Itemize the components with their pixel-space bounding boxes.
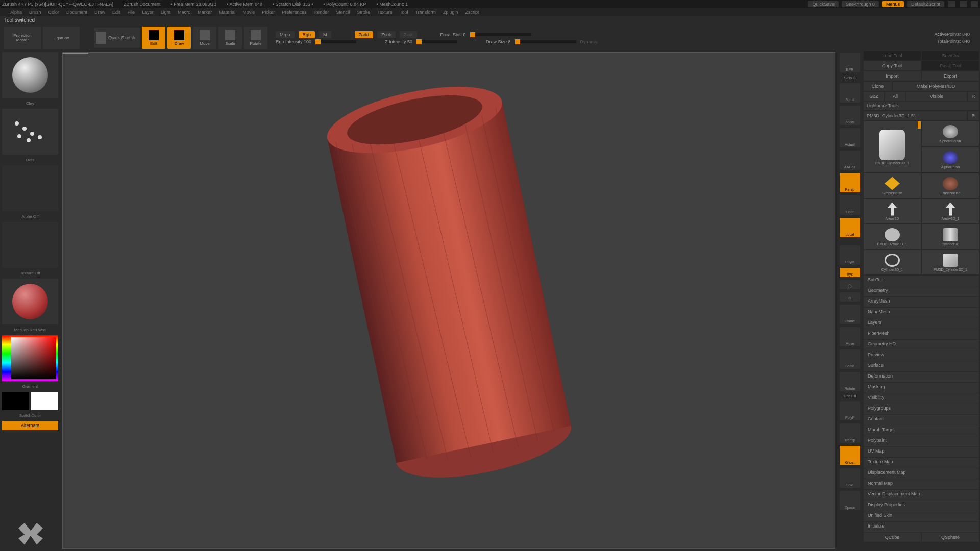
spix-label[interactable]: SPix 3: [844, 76, 855, 80]
section-geometry[interactable]: Geometry: [864, 286, 979, 296]
gradient-label[interactable]: Gradient: [2, 383, 58, 390]
menu-color[interactable]: Color: [48, 10, 60, 15]
section-displacement-map[interactable]: Displacement Map: [864, 468, 979, 479]
aahalf-button[interactable]: AAHalf: [840, 151, 860, 170]
lightbox-button[interactable]: LightBox: [43, 27, 80, 49]
primary-color-swatch[interactable]: [31, 392, 58, 410]
rail-scale-button[interactable]: Scale: [840, 349, 860, 369]
ghost-button[interactable]: Ghost: [840, 446, 860, 465]
section-morph-target[interactable]: Morph Target: [864, 425, 979, 436]
menu-light[interactable]: Light: [161, 10, 171, 15]
menu-tool[interactable]: Tool: [400, 10, 408, 15]
goz-r-button[interactable]: R: [968, 92, 979, 101]
polyf-button[interactable]: PolyF: [840, 401, 860, 420]
rail-rotate-button[interactable]: Rotate: [840, 372, 860, 391]
section-contact[interactable]: Contact: [864, 415, 979, 425]
scroll-button[interactable]: Scroll: [840, 83, 860, 103]
section-normal-map[interactable]: Normal Map: [864, 479, 979, 489]
menu-document[interactable]: Document: [66, 10, 87, 15]
tool-item-spherebrush[interactable]: SphereBrush: [922, 121, 979, 146]
section-preview[interactable]: Preview: [864, 350, 979, 361]
zadd-button[interactable]: Zadd: [355, 31, 374, 38]
z-intensity-slider[interactable]: [416, 40, 457, 43]
tool-item-cylinder3d-1[interactable]: Cylinder3D_1: [864, 250, 921, 274]
dot-button[interactable]: ⊙: [840, 292, 860, 302]
section-layers[interactable]: Layers: [864, 318, 979, 329]
circle-button[interactable]: ◯: [840, 280, 860, 289]
lightbox-tools-header[interactable]: Lightbox> Tools: [864, 102, 979, 110]
zsub-button[interactable]: Zsub: [377, 31, 396, 38]
menus-button[interactable]: Menus: [882, 1, 904, 7]
brush-selector[interactable]: [2, 52, 58, 98]
rgb-button[interactable]: Rgb: [299, 31, 315, 38]
paste-tool-button[interactable]: Paste Tool: [922, 61, 979, 70]
qcube-button[interactable]: QCube: [864, 533, 921, 542]
frame-button[interactable]: Frame: [840, 305, 860, 324]
menu-brush[interactable]: Brush: [29, 10, 41, 15]
menu-stroke[interactable]: Stroke: [357, 10, 370, 15]
tool-r-button[interactable]: R: [968, 111, 979, 120]
move-button[interactable]: Move: [193, 27, 216, 49]
solo-button[interactable]: Solo: [840, 468, 860, 488]
section-polygroups[interactable]: Polygroups: [864, 404, 979, 414]
color-picker[interactable]: [2, 335, 58, 381]
load-tool-button[interactable]: Load Tool: [864, 51, 921, 60]
section-geometry-hd[interactable]: Geometry HD: [864, 340, 979, 350]
import-button[interactable]: Import: [864, 71, 921, 81]
save-as-button[interactable]: Save As: [922, 51, 979, 60]
section-deformation[interactable]: Deformation: [864, 372, 979, 382]
menu-texture[interactable]: Texture: [377, 10, 393, 15]
section-subtool[interactable]: SubTool: [864, 276, 979, 286]
edit-button[interactable]: Edit: [142, 27, 165, 49]
material-selector[interactable]: [2, 279, 58, 324]
copy-tool-button[interactable]: Copy Tool: [864, 61, 921, 70]
close-icon[interactable]: [971, 1, 978, 7]
canvas-tab[interactable]: [63, 52, 88, 54]
section-vector-displacement-map[interactable]: Vector Displacement Map: [864, 490, 979, 500]
maximize-icon[interactable]: [960, 1, 967, 7]
section-texture-map[interactable]: Texture Map: [864, 458, 979, 468]
goz-all-button[interactable]: All: [885, 92, 905, 101]
tool-item-arrow3d[interactable]: Arrow3D: [864, 199, 921, 223]
menu-marker[interactable]: Marker: [198, 10, 212, 15]
section-uv-map[interactable]: UV Map: [864, 447, 979, 457]
texture-selector[interactable]: [2, 222, 58, 268]
menu-material[interactable]: Material: [219, 10, 235, 15]
qsphere-button[interactable]: QSphere: [922, 533, 979, 542]
minimize-icon[interactable]: [948, 1, 955, 7]
tool-item-alphabrush[interactable]: AlphaBrush: [922, 147, 979, 172]
menu-stencil[interactable]: Stencil: [336, 10, 350, 15]
rail-move-button[interactable]: Move: [840, 327, 860, 346]
tool-item-pm3d-cyl-1[interactable]: PM3D_Cylinder3D_1: [922, 250, 979, 274]
menu-preferences[interactable]: Preferences: [282, 10, 307, 15]
tool-item-arrow3d-1[interactable]: Arrow3D_1: [922, 199, 979, 223]
section-masking[interactable]: Masking: [864, 383, 979, 393]
menu-file[interactable]: File: [128, 10, 135, 15]
menu-zscript[interactable]: Zscript: [465, 10, 479, 15]
local-button[interactable]: Local: [840, 218, 860, 237]
section-polypaint[interactable]: Polypaint: [864, 436, 979, 446]
menu-draw[interactable]: Draw: [94, 10, 105, 15]
scale-button[interactable]: Scale: [218, 27, 242, 49]
quick-sketch-button[interactable]: Quick Sketch: [94, 28, 140, 48]
draw-size-slider[interactable]: [515, 40, 576, 43]
focal-shift-slider[interactable]: [470, 33, 531, 36]
menu-alpha[interactable]: Alpha: [10, 10, 22, 15]
export-button[interactable]: Export: [922, 71, 979, 81]
xyz-button[interactable]: Xyz: [840, 268, 860, 277]
menu-edit[interactable]: Edit: [112, 10, 120, 15]
tool-item-pm3d-arrow[interactable]: PM3D_Arrow3D_1: [864, 224, 921, 249]
stroke-selector[interactable]: [2, 109, 58, 155]
tool-item-cylinder3d[interactable]: Cylinder3D: [922, 224, 979, 249]
clone-button[interactable]: Clone: [864, 82, 892, 91]
secondary-color-swatch[interactable]: [2, 392, 29, 410]
section-fibermesh[interactable]: FiberMesh: [864, 329, 979, 339]
menu-zplugin[interactable]: Zplugin: [443, 10, 458, 15]
zoom-button[interactable]: Zoom: [840, 106, 860, 125]
section-display-properties[interactable]: Display Properties: [864, 500, 979, 511]
section-nanomesh[interactable]: NanoMesh: [864, 308, 979, 318]
tool-item-simplebrush[interactable]: SimpleBrush: [864, 173, 921, 198]
default-zscript-button[interactable]: DefaultZScript: [907, 1, 944, 7]
persp-button[interactable]: Persp: [840, 173, 860, 192]
current-tool-name[interactable]: PM3D_Cylinder3D_1.51: [864, 111, 967, 120]
